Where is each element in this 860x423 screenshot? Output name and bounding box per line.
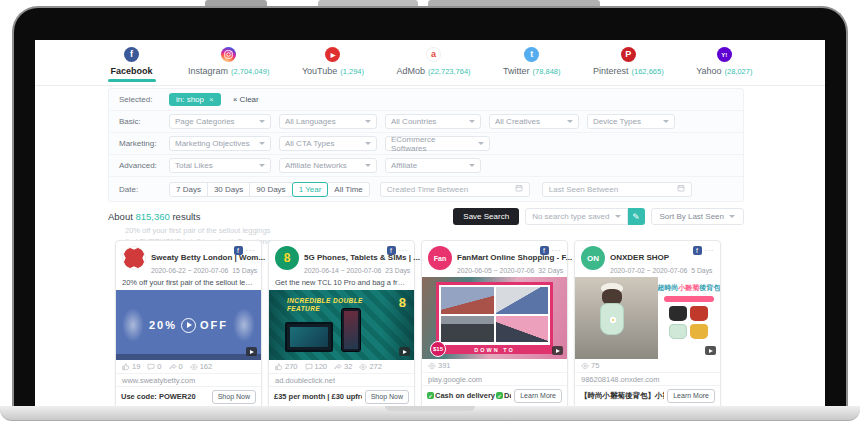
twitter-icon: t <box>524 47 539 62</box>
last-seen-between-input[interactable]: Last Seen Between <box>542 182 692 197</box>
chevron-down-icon <box>259 120 265 123</box>
cta-button[interactable]: Shop Now <box>365 390 409 404</box>
ad-creative-image[interactable]: 超時尚小雛菊後背包 <box>575 277 720 359</box>
creatives-dropdown[interactable]: All Creatives <box>489 114 579 129</box>
price-badge: $15 <box>430 341 446 357</box>
cta-types-dropdown[interactable]: All CTA Types <box>279 136 377 151</box>
date-range: 2020-06-22 ~ 2020-07-06 <box>151 267 228 274</box>
facebook-badge-icon[interactable]: f <box>693 246 702 255</box>
tab-yahoo[interactable]: Y! Yahoo(28,027) <box>696 47 752 85</box>
view-icon <box>359 363 367 371</box>
creative-text: INCREDIBLE DOUBLE <box>287 297 363 304</box>
tab-label: Instagram <box>188 66 228 76</box>
device-types-dropdown[interactable]: Device Types <box>587 114 675 129</box>
saved-search-select[interactable]: No search type saved ✎ <box>525 208 644 225</box>
chip-remove-icon[interactable]: × <box>209 95 214 104</box>
tab-label: Twitter <box>503 66 530 76</box>
chevron-down-icon <box>567 120 573 123</box>
ad-creative-image[interactable]: DOWN TO $15 <box>422 277 567 359</box>
ad-card: ON ONXDER SHOP 2020-07-02 ~ 2020-07-06 5… <box>574 240 721 406</box>
ad-creative-image[interactable]: INCREDIBLE DOUBLEFEATURE 8 <box>269 290 414 360</box>
media-type-icon <box>705 346 716 355</box>
date-option-all-time[interactable]: All Time <box>327 182 369 197</box>
page-avatar[interactable]: Fan <box>428 246 452 270</box>
date-option-1-year[interactable]: 1 Year <box>292 182 329 197</box>
ad-card: Sweaty Betty London | Wom... 2020-06-22 … <box>115 240 262 406</box>
more-options-icon[interactable]: ··· <box>552 249 562 253</box>
languages-dropdown[interactable]: All Languages <box>279 114 377 129</box>
tab-count: (2,704,049) <box>231 67 269 76</box>
laptop-base-notch <box>385 406 475 411</box>
filter-row-marketing: Marketing: Marketing Objectives All CTA … <box>109 133 743 155</box>
ad-creative-video[interactable]: 20% OFF <box>116 290 261 360</box>
promo-badge <box>664 296 714 302</box>
cta-button[interactable]: Learn More <box>667 389 715 403</box>
selected-filter-chip[interactable]: in: shop× <box>169 93 221 106</box>
tab-twitter[interactable]: t Twitter(78,848) <box>503 47 560 85</box>
facebook-badge-icon[interactable]: f <box>234 246 243 255</box>
ad-domain-link[interactable]: www.sweatybetty.com <box>116 374 261 387</box>
tab-facebook[interactable]: f Facebook <box>108 47 156 85</box>
screen: f Facebook Instagram(2,704,049) ▶ YouTub… <box>35 40 825 406</box>
facebook-badge-icon[interactable]: f <box>540 246 549 255</box>
calendar-icon <box>515 184 523 194</box>
more-options-icon[interactable]: ··· <box>399 249 409 253</box>
cta-button[interactable]: Learn More <box>514 389 562 403</box>
ad-description: Get the new TCL 10 Pro and bag a free TC… <box>269 277 414 290</box>
ecommerce-softwares-dropdown[interactable]: ECommerce Softwares <box>385 136 490 151</box>
page-name[interactable]: ONXDER SHOP <box>610 253 669 262</box>
affiliate-dropdown[interactable]: Affiliate <box>385 158 481 173</box>
tab-instagram[interactable]: Instagram(2,704,049) <box>188 47 269 85</box>
date-option-30-days[interactable]: 30 Days <box>207 182 250 197</box>
play-icon <box>181 318 196 333</box>
product-collage <box>436 282 553 354</box>
date-range: 2020-07-02 ~ 2020-07-06 <box>610 267 687 274</box>
filter-row-selected: Selected: in: shop× × Clear <box>109 89 743 111</box>
page-avatar[interactable]: 8 <box>275 246 299 270</box>
more-options-icon[interactable]: ··· <box>246 249 256 253</box>
tab-count: (78,848) <box>533 67 561 76</box>
days-running: 23 Days <box>385 267 410 274</box>
cta-button[interactable]: Shop Now <box>212 390 256 404</box>
phone-graphic <box>341 308 361 352</box>
check-icon: ✓ <box>496 392 503 399</box>
ad-domain-link[interactable]: play.google.com <box>422 373 567 386</box>
brand-logo: 8 <box>399 295 406 310</box>
tab-admob[interactable]: a AdMob(22,723,764) <box>397 47 471 85</box>
basic-label: Basic: <box>119 117 169 126</box>
total-likes-dropdown[interactable]: Total Likes <box>169 158 271 173</box>
ad-domain-link[interactable]: 986208148.onxder.com <box>575 373 720 386</box>
created-time-between-input[interactable]: Created Time Between <box>380 182 530 197</box>
chevron-down-icon <box>729 215 735 218</box>
clear-filters-link[interactable]: × Clear <box>233 95 259 104</box>
ad-domain-link[interactable]: ad.doubleclick.net <box>269 374 414 387</box>
facebook-badge-icon[interactable]: f <box>387 246 396 255</box>
date-option-90-days[interactable]: 90 Days <box>249 182 292 197</box>
page-avatar[interactable] <box>122 246 146 270</box>
pinterest-icon: P <box>621 47 636 62</box>
edit-pencil-icon[interactable]: ✎ <box>628 208 645 225</box>
results-count: 815,360 <box>135 211 169 222</box>
creative-text: 20% <box>149 319 177 331</box>
affiliate-networks-dropdown[interactable]: Affiliate Networks <box>279 158 377 173</box>
countries-dropdown[interactable]: All Countries <box>385 114 481 129</box>
date-range: 2020-06-05 ~ 2020-07-06 <box>457 267 534 274</box>
chevron-down-icon <box>365 142 371 145</box>
ad-card: 8 5G Phones, Tablets & SIMs | ... 2020-0… <box>268 240 415 406</box>
share-icon <box>169 363 177 371</box>
chevron-down-icon <box>469 164 475 167</box>
save-search-button[interactable]: Save Search <box>453 208 519 225</box>
page-avatar[interactable]: ON <box>581 246 605 270</box>
tab-youtube[interactable]: ▶ YouTube(1,294) <box>302 47 364 85</box>
comment-icon <box>147 363 155 371</box>
sort-dropdown[interactable]: Sort By Last Seen <box>651 208 744 225</box>
date-option-7-days[interactable]: 7 Days <box>169 182 208 197</box>
more-options-icon[interactable]: ··· <box>705 249 715 253</box>
page-categories-dropdown[interactable]: Page Categories <box>169 114 271 129</box>
tab-pinterest[interactable]: P Pinterest(162,665) <box>593 47 664 85</box>
marketing-objectives-dropdown[interactable]: Marketing Objectives <box>169 136 271 151</box>
media-type-icon <box>246 347 257 356</box>
stats-row: 391 <box>422 359 567 373</box>
stats-row: 19 0 0 162 <box>116 360 261 374</box>
filter-row-date: Date: 7 Days 30 Days 90 Days 1 Year All … <box>109 177 743 201</box>
